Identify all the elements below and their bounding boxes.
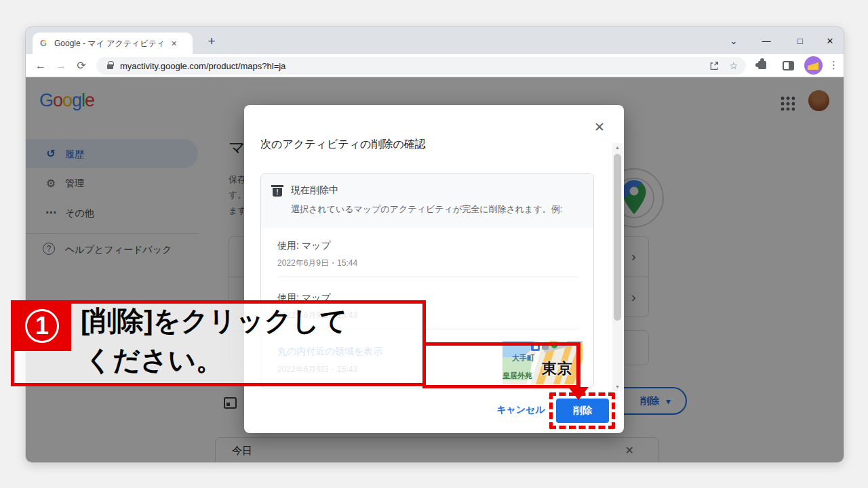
annotation-dashed-target-box (549, 392, 615, 429)
cancel-button[interactable]: キャンセル (488, 404, 553, 416)
side-panel-icon[interactable] (783, 61, 794, 70)
close-window-button[interactable]: ✕ (816, 27, 844, 54)
annotation-text-line1: [削除]をクリックして (81, 302, 347, 340)
annotation-highlight-box (422, 342, 580, 388)
browser-menu-icon[interactable]: ⋮ (829, 59, 839, 71)
step-number: 1 (25, 309, 59, 343)
new-tab-button[interactable]: + (203, 34, 220, 49)
dialog-close-icon[interactable]: ✕ (590, 117, 609, 136)
scrollbar-thumb[interactable] (614, 154, 621, 321)
url-text[interactable]: myactivity.google.com/product/maps?hl=ja (120, 61, 703, 71)
deletion-summary-header (261, 174, 593, 228)
browser-tab[interactable]: G Google - マイ アクティビティ ✕ (33, 33, 193, 54)
address-bar[interactable]: myactivity.google.com/product/maps?hl=ja… (96, 57, 746, 75)
activity-item-date: 2022年6月9日・15:44 (277, 258, 357, 269)
annotation-text-line2: ください。 (85, 342, 223, 379)
minimize-button[interactable]: — (753, 27, 780, 54)
forward-icon[interactable]: → (52, 54, 71, 77)
cheese-icon (808, 62, 818, 70)
google-favicon-icon: G (38, 38, 49, 49)
deletion-status-title: 現在削除中 (291, 184, 338, 197)
bookmark-star-icon[interactable]: ☆ (729, 60, 738, 71)
annotation-step-badge: 1 (14, 304, 71, 351)
activity-item-title: 使用: マップ (277, 240, 331, 252)
scroll-down-icon[interactable]: ▼ (612, 384, 623, 389)
dialog-title: 次のアクティビティの削除の確認 (260, 138, 426, 152)
annotation-arrow-shaft (576, 342, 580, 388)
lock-icon (107, 64, 113, 69)
annotation-callout: 1 [削除]をクリックして ください。 (11, 300, 426, 386)
browser-toolbar: ← → ⟳ myactivity.google.com/product/maps… (26, 54, 844, 77)
tab-close-icon[interactable]: ✕ (171, 39, 177, 48)
reload-icon[interactable]: ⟳ (72, 54, 91, 77)
scroll-up-icon[interactable]: ▲ (612, 145, 623, 150)
item-divider (277, 277, 578, 277)
share-icon[interactable] (709, 60, 719, 71)
tab-title: Google - マイ アクティビティ (54, 38, 168, 49)
extensions-icon[interactable] (758, 61, 766, 69)
browser-profile-avatar[interactable] (804, 56, 823, 75)
dialog-scrollbar[interactable]: ▲ ▼ (612, 143, 623, 391)
deletion-status-description: 選択されているマップのアクティビティが完全に削除されます。例: (291, 203, 562, 216)
back-icon[interactable]: ← (31, 54, 50, 77)
browser-window: G Google - マイ アクティビティ ✕ + ⌄ — □ ✕ ← → ⟳ … (26, 27, 844, 462)
maximize-button[interactable]: □ (787, 27, 814, 54)
tab-search-icon[interactable]: ⌄ (720, 27, 747, 54)
trash-icon (273, 188, 282, 197)
page-content: Google ↺ 履歴 ⚙ 管理 ⋯ その他 ? ヘルプとフィードバック マ 保… (26, 77, 844, 462)
tab-strip: G Google - マイ アクティビティ ✕ + ⌄ — □ ✕ (26, 27, 844, 54)
